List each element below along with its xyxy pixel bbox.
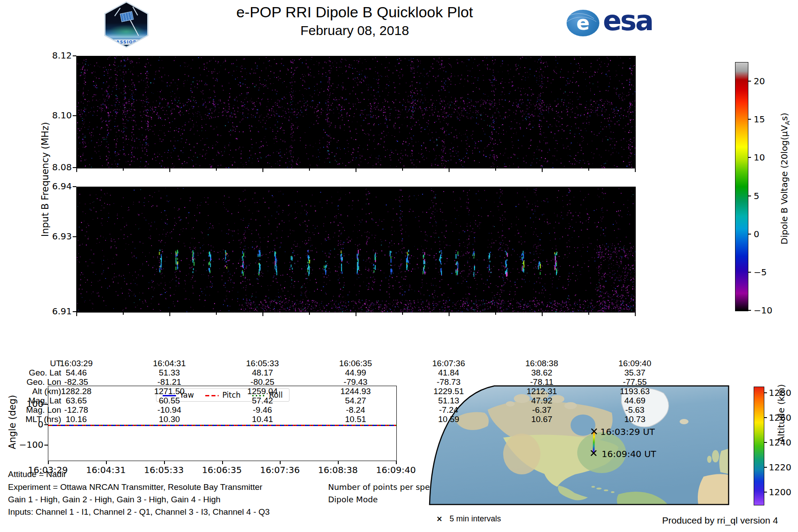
spectrogram-panel-upper (76, 56, 636, 168)
voltage-cb-tick-mark (748, 81, 751, 82)
ephemeris-cell: -78.73 (409, 377, 489, 387)
angle-xtick-label: 16:06:35 (191, 465, 253, 475)
freq-xtick-mark (495, 313, 496, 315)
inputs-annotation: Inputs: Channel 1 - I1, Channel 2 - Q1, … (8, 507, 270, 517)
cassiope-label: CASSIOPE (106, 39, 147, 45)
ephemeris-cell: 41.84 (409, 368, 489, 378)
satellite-icon (120, 11, 133, 22)
freq-xtick-mark (169, 313, 170, 316)
angle-ytick-label: −100 (12, 439, 43, 450)
altitude-cb-tick-mark (764, 492, 767, 493)
voltage-colorbar-label: Dipole B Voltage (20log(μVAs) (779, 129, 791, 245)
satellite-antenna (114, 8, 121, 16)
freq-xtick-mark (123, 168, 124, 171)
altitude-cb-tick-label: 1280 (769, 387, 791, 398)
ephemeris-cell: -7.24 (409, 405, 489, 415)
produced-by-text: Produced by rri_ql version 4 (512, 515, 778, 526)
ephemeris-cell: 10.73 (595, 415, 675, 424)
ephemeris-cell: 54.46 (36, 368, 116, 378)
ephemeris-cell: 16:03:29 (36, 359, 116, 368)
freq-xtick-mark (169, 168, 170, 172)
ephemeris-cell: -79.43 (316, 377, 395, 387)
voltage-cb-tick-label: 10 (754, 152, 765, 163)
ephemeris-cell: 10.16 (36, 415, 116, 424)
freq-xtick-mark (542, 313, 543, 316)
ephemeris-cell: 1259.04 (223, 387, 302, 396)
angle-ytick-label: 100 (12, 399, 43, 409)
altitude-cb-tick-mark (764, 467, 767, 468)
voltage-cb-tick-label: 0 (754, 228, 759, 239)
spectrogram-upper-canvas (77, 56, 635, 168)
angle-xtick-mark (396, 461, 397, 464)
altitude-cb-tick-label: 1220 (769, 462, 791, 473)
ephemeris-cell: -12.78 (36, 405, 116, 415)
ephemeris-cell: 16:08:38 (502, 359, 582, 368)
ephemeris-cell: 51.13 (409, 396, 489, 406)
ephemeris-cell: 44.69 (595, 396, 675, 406)
quicklook-figure: CASSIOPE e-POP RRI Dipole B Quicklook Pl… (0, 0, 798, 532)
ephemeris-cell: 44.99 (316, 368, 395, 378)
voltage-cb-tick-mark (748, 196, 751, 196)
angle-ytick-mark (44, 404, 48, 405)
ephemeris-cell: 1282.28 (36, 387, 116, 396)
ephemeris-cell: 16:07:36 (409, 359, 489, 368)
ground-track-line (594, 431, 594, 453)
angle-xtick-label: 16:05:33 (133, 465, 195, 475)
freq-xtick-mark (356, 313, 356, 316)
voltage-cb-tick-mark (748, 157, 751, 158)
altitude-cb-tick-mark (764, 392, 767, 393)
ephemeris-cell: 16:06:35 (316, 359, 395, 368)
freq-xtick-mark (635, 168, 636, 172)
freq-xtick-mark (356, 168, 356, 172)
freq-xtick-mark (588, 313, 589, 315)
altitude-cb-tick-label: 1200 (769, 487, 791, 497)
ephemeris-cell: -82.35 (36, 377, 116, 387)
ephemeris-cell: 10.51 (316, 415, 395, 424)
spectrogram-lower-canvas (77, 187, 635, 312)
ephemeris-cell: 1193.63 (595, 387, 675, 396)
freq-ytick-label: 8.10 (41, 110, 72, 121)
altitude-cb-tick-mark (764, 442, 767, 443)
ephemeris-cell: 63.65 (36, 396, 116, 406)
angle-xtick-label: 16:04:31 (75, 465, 137, 475)
freq-xtick-mark (402, 313, 403, 315)
freq-ytick-label: 8.12 (41, 50, 72, 61)
ephemeris-cell: 54.27 (316, 396, 395, 406)
ephemeris-cell: -80.25 (223, 377, 302, 387)
angle-xtick-label: 16:03:29 (17, 465, 79, 475)
ephemeris-cell: 48.17 (223, 368, 302, 378)
freq-xtick-mark (262, 313, 263, 316)
freq-ytick-mark (73, 115, 76, 116)
interval-marker-icon: × (436, 514, 442, 523)
freq-ytick-mark (73, 311, 76, 312)
ephemeris-cell: 38.62 (502, 368, 582, 378)
voltage-cb-tick-label: 5 (754, 190, 759, 201)
freq-xtick-mark (402, 168, 403, 171)
ephemeris-cell: 1212.31 (502, 387, 582, 396)
ephemeris-cell: 57.42 (223, 396, 302, 406)
angle-xtick-mark (48, 461, 49, 464)
ephemeris-cell: -77.55 (595, 377, 675, 387)
esa-globe-icon: e (567, 10, 599, 36)
freq-ytick-label: 6.94 (41, 181, 72, 192)
voltage-cb-tick-label: 15 (754, 114, 765, 125)
voltage-cb-tick-mark (748, 234, 751, 235)
voltage-cb-tick-mark (748, 310, 751, 311)
angle-xtick-label: 16:08:38 (307, 465, 369, 475)
angle-ytick-mark (44, 424, 48, 425)
freq-ytick-label: 6.93 (41, 231, 72, 242)
altitude-cb-tick-label: 1240 (769, 437, 791, 448)
interval-legend-text: 5 min intervals (450, 514, 501, 524)
voltage-colorbar (735, 62, 748, 311)
ephemeris-cell: 1229.51 (409, 387, 489, 396)
ephemeris-cell: 1271.50 (129, 387, 209, 396)
freq-ytick-label: 6.91 (41, 306, 72, 317)
freq-xtick-mark (449, 168, 450, 172)
esa-wordmark: esa (603, 4, 653, 37)
voltage-cb-tick-label: 20 (754, 76, 765, 86)
spectrogram-panel-lower (76, 187, 636, 313)
ephemeris-cell: 16:04:31 (129, 359, 209, 368)
ephemeris-cell: -78.11 (502, 377, 582, 387)
freq-xtick-mark (449, 313, 450, 316)
angle-xtick-mark (338, 461, 339, 464)
